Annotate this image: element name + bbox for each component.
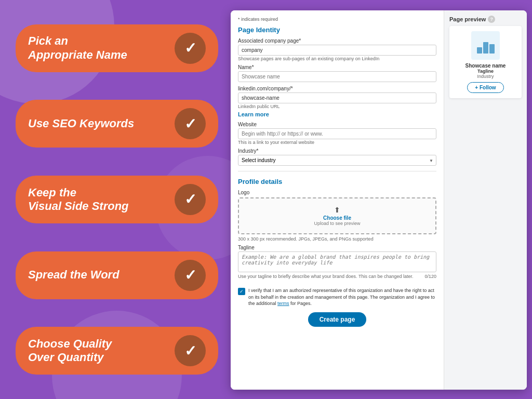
follow-button[interactable]: + Follow (467, 82, 503, 93)
logo-label: Logo (238, 190, 436, 195)
checkmark-3: ✓ (184, 191, 196, 208)
tip-text-2: Use SEO Keywords (28, 117, 166, 130)
verify-section: ✓ I verify that I am an authorized repre… (238, 284, 436, 307)
tagline-label: Tagline (238, 245, 436, 250)
tips-panel: Pick anAppropriate Name ✓ Use SEO Keywor… (0, 0, 234, 399)
verify-suffix: for Pages. (289, 301, 312, 306)
form-panel: * indicates required Page Identity Assoc… (231, 10, 527, 390)
tip-text-5: Choose QualityOver Quantity (28, 337, 166, 365)
form-main: * indicates required Page Identity Assoc… (231, 10, 444, 390)
logo-size-help: 300 x 300 px recommended. JPGs, JPEGs, a… (238, 236, 436, 242)
form-sidebar: Page preview ? Showcase name Tagline Ind… (444, 10, 527, 390)
preview-title: Page preview ? (449, 16, 522, 23)
verify-text: I verify that I am an authorized represe… (248, 287, 436, 307)
tip-item-2: Use SEO Keywords ✓ (16, 100, 218, 148)
tip-item-1: Pick anAppropriate Name ✓ (16, 24, 218, 72)
linkedin-help: LinkedIn public URL (238, 104, 436, 109)
page-identity-title: Page Identity (238, 26, 436, 34)
verify-text-main: I verify that I am an authorized represe… (248, 288, 435, 306)
upload-sub: Upload to see preview (246, 221, 428, 226)
tip-text-1: Pick anAppropriate Name (28, 34, 166, 62)
industry-select[interactable]: Select industry Technology Finance Healt… (238, 155, 436, 166)
verify-terms-link[interactable]: terms (277, 301, 289, 306)
preview-industry: Industry (455, 74, 516, 79)
logo-upload-area[interactable]: ⬆ Choose file Upload to see preview (238, 197, 436, 234)
check-circle-5: ✓ (175, 335, 206, 366)
tip-item-3: Keep theVisual Side Strong ✓ (16, 176, 218, 223)
preview-bar-3 (489, 44, 495, 54)
preview-logo-bars (477, 38, 495, 54)
verify-checkmark: ✓ (240, 289, 244, 294)
associated-input[interactable] (238, 45, 436, 56)
linkedin-input[interactable] (238, 92, 436, 103)
learn-more-link[interactable]: Learn more (238, 111, 436, 117)
profile-section: Profile details Logo ⬆ Choose file Uploa… (238, 171, 436, 279)
name-input[interactable] (238, 71, 436, 82)
checkmark-2: ✓ (184, 115, 196, 132)
tagline-help: Use your tagline to briefly describe wha… (238, 274, 436, 279)
website-input[interactable] (238, 128, 436, 139)
preview-bar-2 (483, 42, 488, 54)
checkmark-5: ✓ (184, 342, 196, 360)
industry-select-wrapper: Select industry Technology Finance Healt… (238, 155, 436, 166)
preview-title-text: Page preview (449, 16, 486, 22)
preview-tagline: Tagline (455, 69, 516, 74)
preview-logo-area (471, 31, 500, 60)
tip-item-5: Choose QualityOver Quantity ✓ (16, 327, 218, 375)
checkmark-1: ✓ (184, 39, 196, 57)
upload-text: Choose file (246, 215, 428, 221)
associated-help: Showcase pages are sub-pages of an exist… (238, 56, 436, 61)
tip-text-4: Spread the Word (28, 268, 166, 282)
char-count: 0/120 (424, 274, 436, 279)
verify-checkbox[interactable]: ✓ (238, 288, 245, 295)
name-label: Name* (238, 64, 436, 70)
check-circle-4: ✓ (175, 260, 206, 291)
industry-label: Industry* (238, 148, 436, 154)
website-label: Website (238, 122, 436, 127)
check-circle-3: ✓ (175, 184, 206, 215)
check-circle-2: ✓ (175, 108, 206, 139)
tip-text-3: Keep theVisual Side Strong (28, 186, 166, 214)
preview-company-name: Showcase name (455, 63, 516, 69)
website-help: This is a link to your external website (238, 140, 436, 145)
tagline-textarea[interactable] (238, 251, 436, 272)
help-icon[interactable]: ? (488, 16, 495, 23)
tip-item-4: Spread the Word ✓ (16, 251, 218, 299)
preview-bar-1 (477, 47, 482, 54)
linkedin-label: linkedin.com/company/* (238, 86, 436, 91)
profile-details-title: Profile details (238, 178, 436, 185)
required-note: * indicates required (238, 17, 436, 22)
preview-card: Showcase name Tagline Industry + Follow (449, 26, 522, 98)
create-page-button[interactable]: Create page (308, 312, 367, 327)
tagline-help-text: Use your tagline to briefly describe wha… (238, 274, 414, 279)
upload-icon: ⬆ (246, 206, 428, 214)
associated-label: Associated company page* (238, 38, 436, 44)
check-circle-1: ✓ (175, 33, 206, 64)
checkmark-4: ✓ (184, 267, 196, 284)
